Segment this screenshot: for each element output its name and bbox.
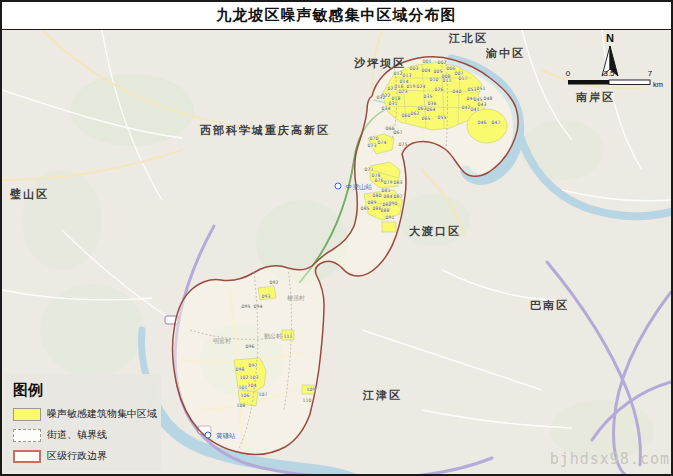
zone-number-label: 001 [423,59,432,64]
legend-box: 图例 噪声敏感建筑物集中区域 街道、镇界线 区级行政边界 [5,374,161,471]
district-boundary-swatch [13,450,41,463]
zone-number-label: 023 [399,89,408,94]
zone-number-label: 101 [239,385,248,390]
zone-number-label: 026 [435,87,444,92]
legend-item-district-boundary: 区级行政边界 [13,449,153,463]
zone-number-label: 104 [248,383,257,388]
scale-unit: km [653,80,663,89]
zone-number-label: 110 [303,398,312,403]
zone-number-label: 034 [382,106,391,111]
zone-number-label: 011 [443,78,452,83]
zone-number-label: 062 [411,111,420,116]
zone-number-label: 083 [394,180,403,185]
zone-number-label: 074 [378,140,387,145]
zone-number-label: 012 [394,71,403,76]
zone-number-label: 055 [438,115,447,120]
district-label: 南岸区 [575,91,615,103]
zone-number-label: 041 [471,107,480,112]
zone-number-label: 046 [478,120,487,125]
zone-number-label: 042 [462,105,471,110]
legend-item-township-boundary: 街道、镇界线 [13,428,153,442]
zone-number-label: 048 [484,96,493,101]
zone-number-label: 084 [384,194,393,199]
zone-number-label: 002 [438,60,447,65]
scale-tick-mid: 3.5 [603,69,615,78]
zone-number-label: 076 [375,178,384,183]
zone-number-label: 040 [453,89,462,94]
station-label: 中梁山站 [346,183,373,191]
zone-number-label: 085 [361,206,370,211]
zone-number-label: 081 [382,188,391,193]
legend-title: 图例 [13,381,153,400]
district-label: 西部科学城重庆高新区 [199,124,330,136]
district-label: 渝中区 [485,47,525,59]
legend-item-noise-area: 噪声敏感建筑物集中区域 [13,407,153,421]
zone-number-label: 097 [249,363,258,368]
zone-number-label: 051 [477,86,486,91]
village-label: 明富村 [213,337,231,345]
zone-number-label: 080 [373,193,382,198]
metro-station-icon [205,432,211,438]
zone-number-label: 004 [422,68,431,73]
noise-area-swatch [13,408,41,421]
zone-number-label: 091 [386,215,395,220]
zone-number-label: 087 [394,194,403,199]
district-label: 沙坪坝区 [354,57,406,69]
zone-number-label: 010 [430,77,439,82]
zone-number-label: 094 [254,304,263,309]
zone-number-label: 060 [402,113,411,118]
zone-number-label: 089 [368,200,377,205]
zone-number-label: 063 [418,106,427,111]
zone-number-label: 093 [262,294,271,299]
zone-number-label: 102 [240,375,249,380]
zone-number-label: 003 [410,66,419,71]
page-title: 九龙坡区噪声敏感集中区域分布图 [217,6,457,25]
village-label: 梭强村 [287,295,305,302]
township-boundary-swatch [13,429,41,442]
north-label: N [606,32,614,44]
zone-number-label: 095 [242,304,251,309]
zone-number-label: 043 [478,102,487,107]
zone-number-label: 065 [422,116,431,121]
zone-number-label: 017 [459,76,468,81]
district-label: 璧山区 [9,187,49,200]
zone-number-label: 092 [270,280,279,285]
zone-number-label: 067 [394,130,403,135]
scale-tick-max: 7 [648,69,653,78]
station-label: 黄磏站 [216,432,236,440]
zone-number-label: 045 [474,97,483,102]
zone-number-label: 079 [384,180,393,185]
district-label: 大渡口区 [409,225,461,237]
map-sheet: 九龙坡区噪声敏感集中区域分布图 [0,0,673,476]
legend-item-label: 区级行政边界 [47,449,107,463]
zone-number-label: 111 [284,334,293,339]
zone-number-label: 013 [403,73,412,78]
zone-number-label: 024 [417,84,426,89]
zone-number-label: 103 [250,375,259,380]
zone-number-label: 064 [427,107,436,112]
legend-item-label: 噪声敏感建筑物集中区域 [47,407,157,421]
zone-number-label: 047 [492,120,501,125]
zone-number-label: 019 [407,84,416,89]
zone-number-label: 108 [237,403,246,408]
zone-number-label: 032 [377,95,386,100]
zone-number-label: 021 [388,86,397,91]
map-header: 九龙坡区噪声敏感集中区域分布图 [2,2,671,30]
zone-number-label: 109 [307,387,316,392]
legend-item-label: 街道、镇界线 [47,428,107,442]
district-label: 江津区 [362,389,402,401]
scale-tick-0: 0 [566,69,571,78]
zone-number-label: 036 [428,101,437,106]
zone-number-label: 088 [381,208,390,213]
zone-number-label: 096 [246,344,255,349]
watermark: bjhdsx98.com [550,450,670,468]
zone-number-label: 035 [424,94,433,99]
zone-number-label: 075 [399,142,408,147]
zone-number-label: 073 [368,143,377,148]
zone-number-label: 106 [241,393,250,398]
zone-number-label: 053 [468,87,477,92]
district-label: 江北区 [448,32,488,44]
zone-number-label: 098 [236,367,245,372]
district-label: 巴南区 [530,299,569,311]
zone-number-label: 082 [383,202,392,207]
